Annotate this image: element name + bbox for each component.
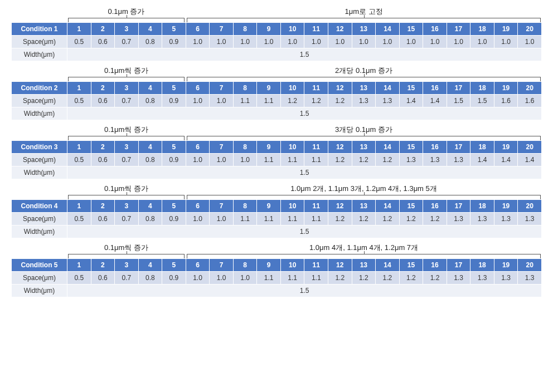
space-cell: 1.3 xyxy=(376,95,400,107)
brace-icon xyxy=(68,18,185,22)
space-cell: 1.2 xyxy=(399,272,423,285)
col-header: 4 xyxy=(138,82,162,95)
space-cell: 1.3 xyxy=(423,154,447,166)
annot-left-group: 0.1μm씩 증가 xyxy=(67,184,186,199)
col-header: 17 xyxy=(447,23,470,36)
space-cell: 0.8 xyxy=(138,272,162,285)
space-cell: 1.3 xyxy=(470,213,494,226)
width-cell: 1.5 xyxy=(67,226,542,238)
col-header: 3 xyxy=(115,200,139,213)
col-header: 17 xyxy=(447,82,470,95)
space-cell: 1.2 xyxy=(352,272,376,285)
space-cell: 1.0 xyxy=(186,36,210,48)
space-cell: 1.3 xyxy=(352,95,376,107)
col-header: 7 xyxy=(210,23,234,36)
col-header: 11 xyxy=(304,23,328,36)
space-cell: 1.2 xyxy=(328,95,352,107)
row-label-width: Width(μm) xyxy=(12,226,67,238)
space-cell: 1.2 xyxy=(328,272,352,285)
space-cell: 1.0 xyxy=(280,36,304,48)
col-header: 19 xyxy=(494,82,518,95)
col-header: 18 xyxy=(470,259,494,272)
space-cell: 1.0 xyxy=(186,154,210,166)
width-cell: 1.5 xyxy=(67,48,542,61)
space-cell: 0.8 xyxy=(138,95,162,107)
space-cell: 0.9 xyxy=(162,95,186,107)
space-cell: 1.0 xyxy=(233,154,257,166)
space-cell: 1.1 xyxy=(304,213,328,226)
col-header: 4 xyxy=(138,141,162,154)
col-header: 8 xyxy=(233,23,257,36)
space-cell: 1.3 xyxy=(399,154,423,166)
space-cell: 1.2 xyxy=(376,272,400,285)
row-label-space: Space(μm) xyxy=(12,95,67,107)
space-cell: 0.5 xyxy=(67,36,91,48)
space-cell: 1.1 xyxy=(304,272,328,285)
space-cell: 1.0 xyxy=(257,36,281,48)
space-cell: 1.0 xyxy=(470,36,494,48)
space-cell: 1.1 xyxy=(233,213,257,226)
col-header: 14 xyxy=(376,259,400,272)
col-header: 19 xyxy=(494,259,518,272)
condition-name-header: Condition 1 xyxy=(12,23,67,36)
annot-right-group: 1.0μm 2개, 1.1μm 3개, 1.2μm 4개, 1.3μm 5개 xyxy=(186,184,542,199)
space-cell: 0.5 xyxy=(67,272,91,285)
space-cell: 1.1 xyxy=(257,213,281,226)
col-header: 13 xyxy=(352,23,376,36)
space-cell: 0.7 xyxy=(115,95,139,107)
col-header: 7 xyxy=(210,200,234,213)
col-header: 7 xyxy=(210,141,234,154)
space-cell: 0.8 xyxy=(138,154,162,166)
col-header: 11 xyxy=(304,259,328,272)
space-cell: 1.4 xyxy=(399,95,423,107)
col-header: 1 xyxy=(67,23,91,36)
col-header: 10 xyxy=(280,82,304,95)
col-header: 18 xyxy=(470,141,494,154)
col-header: 5 xyxy=(162,82,186,95)
col-header: 10 xyxy=(280,23,304,36)
annot-right-group: 2개당 0.1μm 증가 xyxy=(186,66,542,81)
space-cell: 1.2 xyxy=(328,213,352,226)
space-cell: 0.6 xyxy=(91,154,115,166)
row-label-space: Space(μm) xyxy=(12,154,67,166)
col-header: 1 xyxy=(67,141,91,154)
col-header: 16 xyxy=(423,23,447,36)
space-cell: 1.1 xyxy=(280,154,304,166)
space-cell: 1.0 xyxy=(304,36,328,48)
space-cell: 1.2 xyxy=(423,272,447,285)
space-cell: 1.0 xyxy=(186,213,210,226)
annot-left-group: 0.1μm씩 증가 xyxy=(67,66,186,81)
col-header: 14 xyxy=(376,23,400,36)
space-cell: 1.1 xyxy=(257,272,281,285)
col-header: 20 xyxy=(518,141,542,154)
space-cell: 1.3 xyxy=(518,272,542,285)
col-header: 4 xyxy=(138,200,162,213)
col-header: 9 xyxy=(257,141,281,154)
col-header: 3 xyxy=(115,23,139,36)
col-header: 6 xyxy=(186,259,210,272)
annot-right-group: 3개당 0.1μm 증가 xyxy=(186,125,542,140)
col-header: 10 xyxy=(280,200,304,213)
space-cell: 0.7 xyxy=(115,272,139,285)
col-header: 14 xyxy=(376,141,400,154)
space-cell: 1.5 xyxy=(447,95,470,107)
space-cell: 1.3 xyxy=(470,272,494,285)
col-header: 10 xyxy=(280,141,304,154)
space-cell: 1.4 xyxy=(494,154,518,166)
col-header: 5 xyxy=(162,259,186,272)
col-header: 17 xyxy=(447,200,470,213)
brace-icon xyxy=(68,254,185,258)
col-header: 16 xyxy=(423,200,447,213)
space-cell: 1.0 xyxy=(376,36,400,48)
col-header: 11 xyxy=(304,200,328,213)
annot-left-group: 0.1μm씩 증가 xyxy=(67,243,186,258)
row-label-width: Width(μm) xyxy=(12,166,67,179)
condition-table: Condition 312345678910111213141516171819… xyxy=(11,140,542,179)
col-header: 5 xyxy=(162,200,186,213)
brace-icon xyxy=(187,77,541,81)
space-cell: 1.2 xyxy=(328,154,352,166)
space-cell: 0.8 xyxy=(138,36,162,48)
condition-name-header: Condition 3 xyxy=(12,141,67,154)
space-cell: 1.0 xyxy=(186,272,210,285)
space-cell: 0.7 xyxy=(115,154,139,166)
